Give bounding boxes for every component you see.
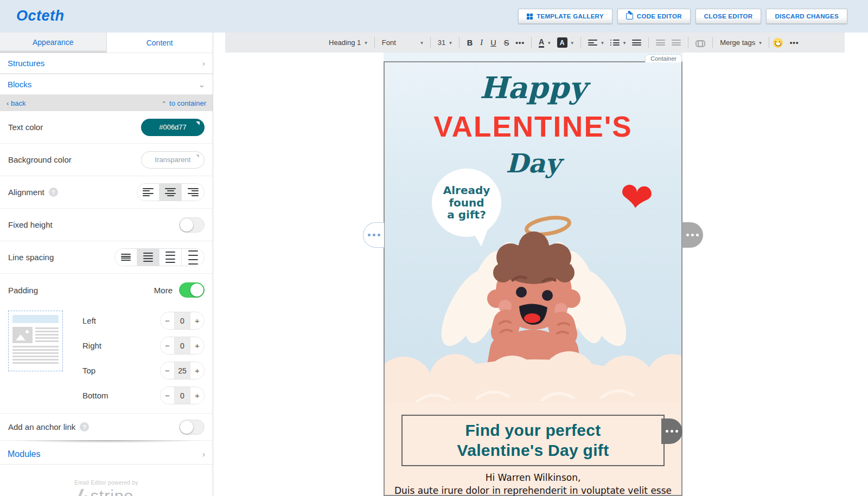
align-left-icon bbox=[588, 40, 597, 46]
padding-bottom-value[interactable]: 0 bbox=[174, 387, 190, 404]
toolbar-divider bbox=[688, 37, 688, 48]
align-right-button[interactable] bbox=[182, 184, 204, 201]
list-dropdown[interactable]: ▾ bbox=[607, 40, 629, 46]
sidebar-item-blocks[interactable]: Blocks ⌄ bbox=[0, 74, 213, 95]
increment-button[interactable]: + bbox=[190, 387, 204, 404]
stripo-wordmark: stripo bbox=[91, 487, 133, 496]
line-spacing-looser-icon bbox=[188, 250, 198, 265]
increment-button[interactable]: + bbox=[190, 312, 204, 329]
padding-top-label: Top bbox=[82, 366, 95, 375]
italic-button[interactable]: I bbox=[476, 38, 487, 47]
structure-handle-left[interactable] bbox=[363, 222, 384, 248]
highlight-color-button[interactable]: A ▾ bbox=[554, 37, 577, 48]
increase-indent-button[interactable] bbox=[668, 40, 684, 46]
code-editor-button[interactable]: CODE EDITOR bbox=[617, 9, 691, 24]
anchor-link-label: Add an anchor link bbox=[8, 422, 75, 431]
help-icon[interactable] bbox=[80, 422, 89, 431]
background-color-swatch[interactable]: transparent bbox=[141, 151, 205, 169]
align-left-button[interactable] bbox=[137, 184, 159, 201]
underline-button[interactable]: U bbox=[487, 38, 500, 47]
padding-right-label: Right bbox=[82, 341, 101, 350]
line-spacing-1-button[interactable] bbox=[115, 249, 137, 266]
alignment-dropdown[interactable]: ▾ bbox=[585, 40, 607, 46]
email-document[interactable]: Container Happy VALENTINE'S Day Already … bbox=[384, 53, 682, 496]
more-tools-button[interactable]: ••• bbox=[787, 38, 802, 47]
block-subnav: ‹ back ⌃to container bbox=[0, 95, 213, 111]
toolbar-divider bbox=[769, 37, 769, 48]
more-formats-button[interactable]: ••• bbox=[513, 38, 527, 47]
close-editor-button[interactable]: CLOSE EDITOR bbox=[695, 9, 762, 24]
discard-changes-button[interactable]: DISCARD CHANGES bbox=[766, 9, 847, 24]
strikethrough-button[interactable]: S bbox=[500, 38, 513, 47]
padding-left-value[interactable]: 0 bbox=[174, 312, 190, 329]
padding-right-stepper: − 0 + bbox=[160, 337, 205, 355]
anchor-link-toggle[interactable] bbox=[179, 420, 205, 435]
line-spacing-2-button[interactable] bbox=[137, 249, 159, 266]
padding-bottom-row: Bottom − 0 + bbox=[82, 387, 205, 404]
tab-content[interactable]: Content bbox=[107, 33, 213, 53]
decrement-button[interactable]: − bbox=[161, 312, 174, 329]
padding-left-row: Left − 0 + bbox=[82, 312, 205, 330]
decrement-button[interactable]: − bbox=[161, 337, 174, 354]
body-text[interactable]: Duis aute irure dolor in reprehenderit i… bbox=[385, 485, 681, 496]
edit-icon bbox=[626, 13, 633, 20]
greeting-text[interactable]: Hi Warren Wilkinson, bbox=[385, 472, 681, 483]
bold-button[interactable]: B bbox=[463, 38, 476, 47]
sidebar-item-modules[interactable]: Modules › bbox=[0, 444, 213, 465]
thumbnail-highlight-band bbox=[12, 315, 59, 323]
font-size-dropdown[interactable]: 31▾ bbox=[435, 38, 455, 47]
help-icon[interactable] bbox=[49, 188, 58, 197]
container-label: Container bbox=[650, 55, 676, 62]
bubble-line-3: a gift? bbox=[443, 209, 490, 221]
fixed-height-toggle[interactable] bbox=[179, 217, 205, 233]
template-gallery-button[interactable]: TEMPLATE GALLERY bbox=[518, 9, 612, 24]
text-color-button[interactable]: A ▾ bbox=[535, 38, 554, 48]
align-center-button[interactable] bbox=[159, 184, 182, 201]
sidebar-item-structures[interactable]: Structures › bbox=[0, 53, 213, 74]
octeth-logo: Octeth bbox=[16, 8, 65, 24]
padding-top-stepper: − 25 + bbox=[160, 362, 205, 379]
back-button[interactable]: ‹ back bbox=[7, 99, 25, 107]
insert-link-button[interactable] bbox=[692, 40, 709, 46]
padding-more-toggle[interactable] bbox=[179, 282, 205, 298]
ellipsis-icon bbox=[666, 430, 678, 433]
stripo-logo-icon bbox=[79, 489, 87, 496]
structure-handle-right[interactable] bbox=[682, 222, 703, 248]
selected-heading-block[interactable]: Find your perfect Valentine's Day gift bbox=[401, 415, 665, 466]
container-label-tab[interactable]: Container bbox=[645, 54, 682, 62]
padding-top-value[interactable]: 25 bbox=[174, 362, 190, 379]
ellipsis-icon bbox=[368, 234, 380, 236]
toggle-knob bbox=[180, 421, 193, 434]
settings-sidebar: Appearance Content Structures › Blocks ⌄… bbox=[0, 33, 213, 496]
valentine-hero-image[interactable]: Happy VALENTINE'S Day Already found a gi… bbox=[385, 62, 681, 403]
selected-container-outline[interactable]: Happy VALENTINE'S Day Already found a gi… bbox=[384, 61, 682, 496]
padding-right-value[interactable]: 0 bbox=[174, 337, 190, 354]
tab-appearance[interactable]: Appearance bbox=[0, 33, 107, 53]
font-family-dropdown[interactable]: Font▾ bbox=[379, 38, 426, 47]
line-spacing-3-button[interactable] bbox=[159, 249, 182, 266]
email-body-section[interactable]: Find your perfect Valentine's Day gift H… bbox=[385, 403, 681, 495]
decrement-button[interactable]: − bbox=[161, 387, 174, 404]
chevron-up-icon: ⌃ bbox=[162, 100, 167, 107]
decrement-button[interactable]: − bbox=[161, 362, 174, 379]
text-color-swatch[interactable]: #006d77 bbox=[141, 119, 205, 136]
discard-changes-label: DISCARD CHANGES bbox=[775, 13, 839, 20]
padding-left-label: Left bbox=[82, 316, 96, 325]
paragraph-style-dropdown[interactable]: Heading 1▾ bbox=[326, 38, 371, 47]
decrease-indent-button[interactable] bbox=[653, 40, 668, 46]
increment-button[interactable]: + bbox=[190, 362, 204, 379]
title-script-happy: Happy bbox=[385, 70, 681, 105]
bubble-line-2: found bbox=[443, 197, 490, 209]
title-valentines: VALENTINE'S bbox=[385, 110, 681, 143]
emoji-button[interactable] bbox=[773, 38, 783, 48]
merge-tags-dropdown[interactable]: Merge tags▾ bbox=[717, 38, 765, 47]
cupid-illustration bbox=[385, 208, 681, 403]
increment-button[interactable]: + bbox=[190, 337, 204, 354]
line-spacing-segmented-control bbox=[114, 248, 205, 266]
line-spacing-4-button[interactable] bbox=[182, 249, 204, 266]
bubble-line-1: Already bbox=[443, 184, 490, 196]
line-spacing-tight-icon bbox=[121, 254, 131, 261]
to-container-button[interactable]: ⌃to container bbox=[162, 99, 206, 107]
text-formatting-toolbar: Heading 1▾ Font▾ 31▾ B I U S ••• A ▾ A ▾… bbox=[225, 33, 845, 53]
line-spacing-button[interactable] bbox=[629, 40, 644, 46]
